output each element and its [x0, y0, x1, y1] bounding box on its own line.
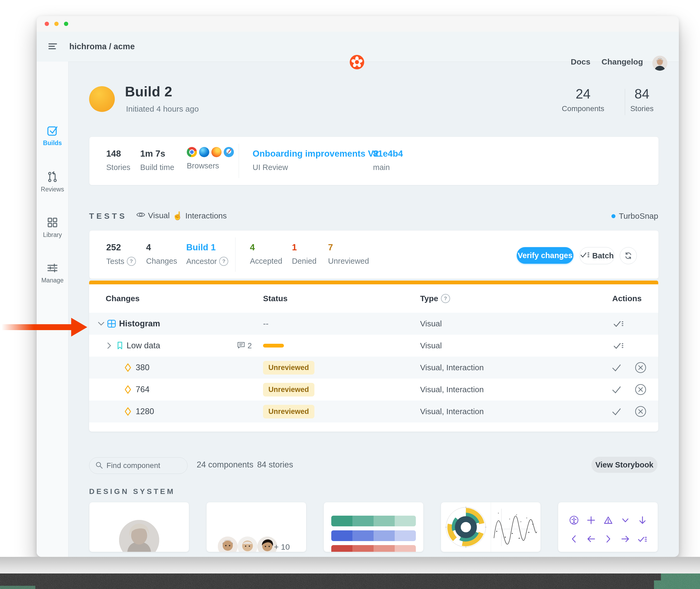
- deny-icon[interactable]: [635, 401, 647, 422]
- menu-icon[interactable]: [48, 43, 57, 50]
- nav-docs[interactable]: Docs: [571, 57, 590, 66]
- help-icon[interactable]: ?: [219, 257, 228, 266]
- row-label: Low data: [126, 341, 160, 351]
- line-chart-thumbnail: ++++++ ▴▴▴▴▴: [492, 506, 538, 549]
- ancestor-build-link[interactable]: Build 1: [186, 242, 228, 252]
- sidebar-item-manage[interactable]: Manage: [37, 262, 68, 284]
- palette-row-blue: [331, 530, 416, 541]
- table-row-story[interactable]: 380 Unreviewed Visual, Interaction: [89, 357, 658, 379]
- manage-icon: [46, 270, 59, 275]
- table-row-component[interactable]: Histogram -- Visual: [89, 313, 658, 335]
- refresh-button[interactable]: [620, 247, 637, 264]
- summary-stories: 148 Stories: [106, 149, 130, 172]
- svg-text:▴: ▴: [518, 537, 520, 539]
- firefox-browser-icon: [212, 147, 222, 157]
- eye-icon: [136, 211, 145, 220]
- verify-changes-button[interactable]: Verify changes: [517, 247, 574, 264]
- table-row-story-group[interactable]: Low data 2 Visual: [89, 335, 658, 357]
- stories-count: 84: [626, 86, 658, 102]
- stat-changes: 4 Changes: [146, 242, 177, 265]
- comments-indicator[interactable]: 2: [237, 335, 252, 357]
- denied-label: Denied: [292, 257, 317, 265]
- arrow-right-icon: [620, 534, 630, 544]
- search-icon: [95, 461, 103, 470]
- sidebar-item-builds[interactable]: Builds: [37, 125, 68, 147]
- changes-label: Changes: [146, 257, 177, 265]
- user-avatar[interactable]: [652, 56, 667, 71]
- reviews-icon: [46, 179, 59, 184]
- accept-icon[interactable]: [612, 379, 622, 401]
- chevron-down-icon[interactable]: [98, 313, 105, 335]
- search-placeholder: Find component: [106, 461, 160, 470]
- commit-link[interactable]: 81e4b4: [373, 149, 403, 159]
- column-type: Type: [420, 294, 438, 303]
- story-diamond-icon: [124, 357, 132, 379]
- summary-branch: Onboarding improvements V2 UI Review: [253, 149, 379, 172]
- tests-section-heading: TESTS: [89, 211, 127, 221]
- toggle-visual[interactable]: Visual: [136, 211, 169, 220]
- sidebar-label: Builds: [37, 140, 68, 147]
- toggle-interactions[interactable]: ☝ Interactions: [172, 211, 227, 220]
- sidebar-label: Reviews: [37, 186, 68, 193]
- noise-texture-strip: [0, 573, 700, 589]
- plus-icon: [586, 515, 596, 525]
- nav-changelog[interactable]: Changelog: [602, 57, 643, 66]
- row-type: Visual, Interaction: [420, 363, 484, 372]
- deny-icon[interactable]: [635, 379, 647, 401]
- branch-link[interactable]: Onboarding improvements V2: [253, 149, 379, 159]
- help-icon[interactable]: ?: [441, 294, 450, 303]
- stories-stat: 84 Stories: [626, 86, 658, 113]
- view-storybook-button[interactable]: View Storybook: [591, 457, 657, 473]
- sidebar-item-library[interactable]: Library: [37, 216, 68, 238]
- summary-build-time: 1m 7s Build time: [140, 149, 174, 172]
- table-row-story[interactable]: 764 Unreviewed Visual, Interaction: [89, 379, 658, 401]
- chevron-right-icon[interactable]: [107, 335, 111, 357]
- accept-icon[interactable]: [612, 401, 622, 422]
- table-row-story[interactable]: 1280 Unreviewed Visual, Interaction: [89, 401, 658, 422]
- row-label: 764: [136, 385, 149, 394]
- accept-icon[interactable]: [612, 357, 622, 379]
- summary-browsers: Browsers: [187, 149, 234, 170]
- help-icon[interactable]: ?: [127, 257, 136, 266]
- batch-button[interactable]: Batch: [580, 247, 614, 264]
- desk-surface: [0, 557, 700, 573]
- column-actions: Actions: [612, 294, 642, 303]
- accessibility-icon: [569, 515, 579, 525]
- component-card-palette[interactable]: [324, 502, 424, 552]
- row-status: --: [263, 319, 269, 329]
- zoom-window-icon[interactable]: [64, 22, 68, 26]
- svg-text:+: +: [526, 517, 528, 520]
- batch-accept-icon[interactable]: [613, 313, 624, 335]
- row-type: Visual: [420, 341, 442, 350]
- group-avatar: [218, 537, 238, 552]
- status-progress-bar: [263, 344, 284, 348]
- comment-count: 2: [248, 341, 252, 350]
- close-window-icon[interactable]: [45, 22, 49, 26]
- changes-count: 4: [146, 242, 177, 252]
- row-type: Visual: [420, 319, 442, 328]
- app-header: hichroma / acme Docs Changelog: [37, 32, 679, 62]
- component-card-icons[interactable]: [558, 502, 658, 552]
- column-changes: Changes: [106, 294, 140, 303]
- svg-text:▴: ▴: [496, 530, 497, 532]
- sidebar-item-reviews[interactable]: Reviews: [37, 171, 68, 193]
- row-type: Visual, Interaction: [420, 407, 484, 416]
- library-icon: [46, 225, 59, 229]
- svg-text:▴: ▴: [511, 532, 513, 534]
- components-label: Components: [562, 105, 605, 113]
- component-card-charts[interactable]: ++++++ ▴▴▴▴▴: [441, 502, 541, 552]
- component-card-avatar-group[interactable]: + 10: [206, 502, 306, 552]
- component-card-avatar[interactable]: [89, 502, 189, 552]
- tests-stats-card: 252 Tests? 4 Changes Build 1 Ancestor? 4…: [89, 230, 659, 279]
- arrow-down-icon: [637, 515, 648, 525]
- minimize-window-icon[interactable]: [54, 22, 59, 26]
- stat-ancestor: Build 1 Ancestor?: [186, 242, 228, 266]
- search-input[interactable]: Find component: [89, 457, 188, 474]
- palette-row-green: [331, 516, 416, 526]
- breadcrumb[interactable]: hichroma / acme: [69, 42, 135, 51]
- batch-accept-icon[interactable]: [613, 335, 624, 357]
- story-diamond-icon: [124, 401, 132, 422]
- palette-row-red: [331, 545, 416, 552]
- chromatic-logo-icon[interactable]: [350, 55, 364, 69]
- deny-icon[interactable]: [635, 357, 647, 379]
